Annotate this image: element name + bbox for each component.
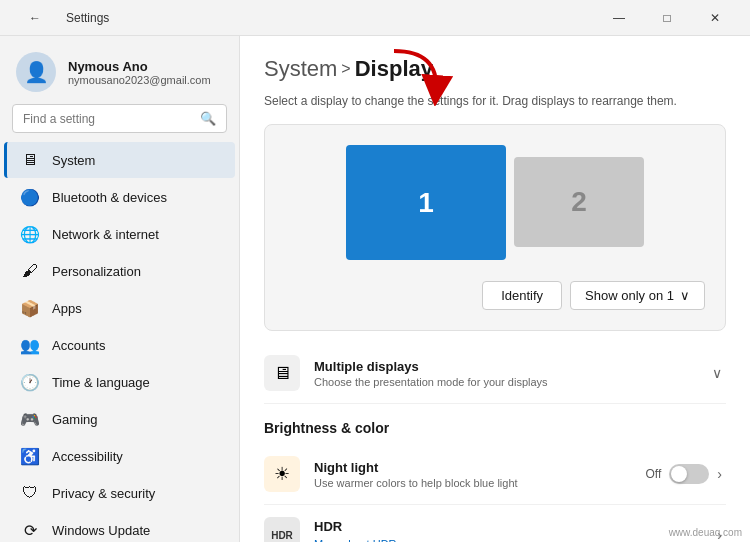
- multiple-displays-icon: 🖥: [264, 355, 300, 391]
- sidebar-item-label-apps: Apps: [52, 301, 82, 316]
- hdr-row[interactable]: HDR HDR More about HDR ›: [264, 505, 726, 542]
- titlebar: ← Settings — □ ✕: [0, 0, 750, 36]
- main-layout: 👤 Nymous Ano nymousano2023@gmail.com 🔍 🖥…: [0, 36, 750, 542]
- avatar: 👤: [16, 52, 56, 92]
- night-light-title: Night light: [314, 460, 646, 475]
- sidebar-item-personalization[interactable]: 🖌 Personalization: [4, 253, 235, 289]
- content-wrapper: System > Display Select a display to cha…: [264, 56, 726, 542]
- system-icon: 🖥: [20, 150, 40, 170]
- personalization-icon: 🖌: [20, 261, 40, 281]
- monitor-2[interactable]: 2: [514, 157, 644, 247]
- apps-icon: 📦: [20, 298, 40, 318]
- brightness-color-header: Brightness & color: [264, 420, 726, 436]
- sidebar: 👤 Nymous Ano nymousano2023@gmail.com 🔍 🖥…: [0, 36, 240, 542]
- titlebar-controls: — □ ✕: [596, 4, 738, 32]
- time-icon: 🕐: [20, 372, 40, 392]
- night-light-text: Night light Use warmer colors to help bl…: [314, 460, 646, 489]
- monitor-1[interactable]: 1: [346, 145, 506, 260]
- bluetooth-icon: 🔵: [20, 187, 40, 207]
- multiple-displays-title: Multiple displays: [314, 359, 712, 374]
- identify-button[interactable]: Identify: [482, 281, 562, 310]
- sidebar-item-windows-update[interactable]: ⟳ Windows Update: [4, 512, 235, 542]
- show-only-chevron: ∨: [680, 288, 690, 303]
- breadcrumb-parent: System: [264, 56, 337, 82]
- sidebar-nav: 🖥 System 🔵 Bluetooth & devices 🌐 Network…: [0, 141, 239, 542]
- multiple-displays-subtitle: Choose the presentation mode for your di…: [314, 376, 712, 388]
- sidebar-item-label-privacy: Privacy & security: [52, 486, 155, 501]
- user-info: Nymous Ano nymousano2023@gmail.com: [68, 59, 211, 86]
- sidebar-item-label-accessibility: Accessibility: [52, 449, 123, 464]
- user-name: Nymous Ano: [68, 59, 211, 74]
- sidebar-item-label-accounts: Accounts: [52, 338, 105, 353]
- user-email: nymousano2023@gmail.com: [68, 74, 211, 86]
- windows-update-icon: ⟳: [20, 520, 40, 540]
- minimize-button[interactable]: —: [596, 4, 642, 32]
- sidebar-item-label-windows-update: Windows Update: [52, 523, 150, 538]
- titlebar-left: ← Settings: [12, 4, 109, 32]
- sidebar-item-label-network: Network & internet: [52, 227, 159, 242]
- search-box[interactable]: 🔍: [12, 104, 227, 133]
- night-light-row[interactable]: ☀ Night light Use warmer colors to help …: [264, 444, 726, 505]
- display-actions: Identify Show only on 1 ∨: [285, 281, 705, 310]
- monitor-2-label: 2: [571, 186, 587, 218]
- user-profile[interactable]: 👤 Nymous Ano nymousano2023@gmail.com: [0, 36, 239, 104]
- monitor-1-label: 1: [418, 187, 434, 219]
- sidebar-item-label-system: System: [52, 153, 95, 168]
- close-button[interactable]: ✕: [692, 4, 738, 32]
- sidebar-item-accessibility[interactable]: ♿ Accessibility: [4, 438, 235, 474]
- hdr-icon: HDR: [264, 517, 300, 542]
- sidebar-item-system[interactable]: 🖥 System: [4, 142, 235, 178]
- night-light-chevron: ›: [717, 466, 726, 482]
- page-description: Select a display to change the settings …: [264, 94, 726, 108]
- show-only-button[interactable]: Show only on 1 ∨: [570, 281, 705, 310]
- night-light-icon: ☀: [264, 456, 300, 492]
- privacy-icon: 🛡: [20, 483, 40, 503]
- hdr-text: HDR More about HDR: [314, 519, 717, 543]
- sidebar-item-apps[interactable]: 📦 Apps: [4, 290, 235, 326]
- accounts-icon: 👥: [20, 335, 40, 355]
- hdr-chevron: ›: [717, 527, 726, 542]
- sidebar-item-label-gaming: Gaming: [52, 412, 98, 427]
- sidebar-item-accounts[interactable]: 👥 Accounts: [4, 327, 235, 363]
- accessibility-icon: ♿: [20, 446, 40, 466]
- hdr-title: HDR: [314, 519, 717, 534]
- breadcrumb: System > Display: [264, 56, 433, 82]
- show-only-label: Show only on 1: [585, 288, 674, 303]
- multiple-displays-chevron: ∨: [712, 365, 726, 381]
- gaming-icon: 🎮: [20, 409, 40, 429]
- sidebar-item-label-time: Time & language: [52, 375, 150, 390]
- sidebar-item-gaming[interactable]: 🎮 Gaming: [4, 401, 235, 437]
- back-button[interactable]: ←: [12, 4, 58, 32]
- night-light-toggle-container: Off: [646, 464, 710, 484]
- sidebar-item-time[interactable]: 🕐 Time & language: [4, 364, 235, 400]
- search-input[interactable]: [23, 112, 192, 126]
- breadcrumb-current: Display: [355, 56, 433, 82]
- maximize-button[interactable]: □: [644, 4, 690, 32]
- sidebar-item-label-personalization: Personalization: [52, 264, 141, 279]
- sidebar-item-privacy[interactable]: 🛡 Privacy & security: [4, 475, 235, 511]
- night-light-status: Off: [646, 467, 662, 481]
- toggle-knob: [671, 466, 687, 482]
- titlebar-title: Settings: [66, 11, 109, 25]
- network-icon: 🌐: [20, 224, 40, 244]
- sidebar-item-network[interactable]: 🌐 Network & internet: [4, 216, 235, 252]
- night-light-toggle[interactable]: [669, 464, 709, 484]
- multiple-displays-row[interactable]: 🖥 Multiple displays Choose the presentat…: [264, 343, 726, 404]
- sidebar-item-label-bluetooth: Bluetooth & devices: [52, 190, 167, 205]
- search-icon: 🔍: [200, 111, 216, 126]
- sidebar-item-bluetooth[interactable]: 🔵 Bluetooth & devices: [4, 179, 235, 215]
- multiple-displays-text: Multiple displays Choose the presentatio…: [314, 359, 712, 388]
- display-monitors: 1 2: [285, 145, 705, 265]
- content-area: System > Display Select a display to cha…: [240, 36, 750, 542]
- breadcrumb-separator: >: [341, 60, 350, 78]
- night-light-subtitle: Use warmer colors to help block blue lig…: [314, 477, 646, 489]
- display-preview-container: 1 2 Identify Show only on 1 ∨: [264, 124, 726, 331]
- hdr-link[interactable]: More about HDR: [314, 538, 397, 543]
- breadcrumb-container: System > Display: [264, 56, 433, 86]
